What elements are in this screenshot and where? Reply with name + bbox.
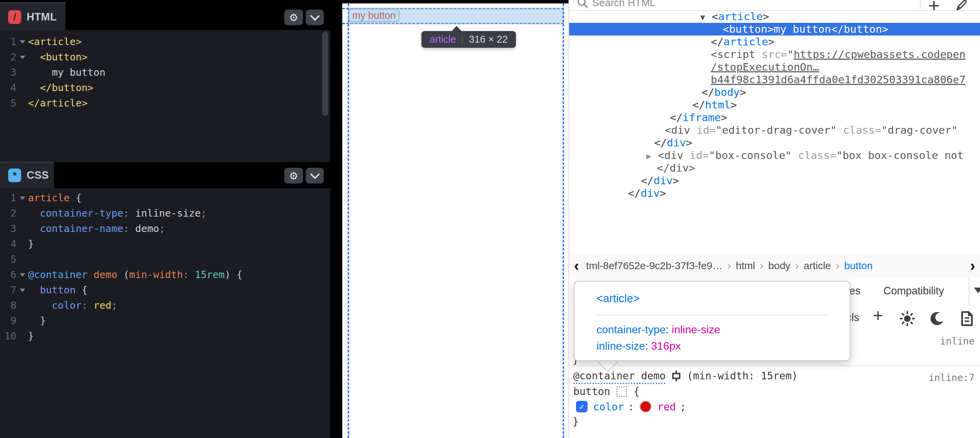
code-line[interactable]: 1<article> xyxy=(0,34,330,49)
breadcrumb-separator-icon: › xyxy=(725,259,734,271)
fold-arrow-icon[interactable] xyxy=(16,34,28,49)
container-jump-icon[interactable] xyxy=(670,370,682,382)
html-editor-tab[interactable]: / HTML xyxy=(8,10,57,24)
html-code-editor[interactable]: 1<article>2 <button>3 my button4 </butto… xyxy=(0,30,330,162)
html-editor-settings-button[interactable]: ⚙ xyxy=(284,10,303,25)
container-query-condition: (min-width: 15rem) xyxy=(687,370,798,382)
fold-arrow-icon[interactable] xyxy=(16,49,28,65)
add-rule-button[interactable]: + xyxy=(873,305,883,326)
container-rule-close-brace: } xyxy=(573,416,579,427)
markup-row[interactable]: /stopExecutionOn… xyxy=(569,61,980,73)
code-line[interactable]: 9 } xyxy=(0,313,330,328)
container-rule-source-link[interactable]: inline:7 xyxy=(929,372,975,383)
css-editor-tab-label: CSS xyxy=(27,169,49,181)
markup-row[interactable]: </div> xyxy=(569,162,980,174)
declaration-property[interactable]: color xyxy=(593,401,624,413)
code-line[interactable]: 8 color: red; xyxy=(0,298,330,313)
infobar-tag-name: article xyxy=(430,34,456,45)
markup-row[interactable]: ▶<div id="box-console" class="box box-co… xyxy=(569,149,980,162)
all-tabs-dropdown-icon[interactable] xyxy=(974,287,980,293)
markup-row[interactable]: </body> xyxy=(569,86,980,98)
element-rule-source-link[interactable]: inline xyxy=(940,336,975,347)
code-line[interactable]: 5 xyxy=(0,252,330,267)
declaration-enabled-checkbox[interactable]: ✓ xyxy=(576,401,588,413)
code-text: } xyxy=(28,328,330,344)
code-line[interactable]: 2 <button> xyxy=(0,49,330,65)
css-editor-settings-button[interactable]: ⚙ xyxy=(284,168,303,184)
code-line[interactable]: 6@container demo (min-width: 15rem) { xyxy=(0,267,330,282)
light-mode-icon[interactable] xyxy=(899,311,915,327)
breadcrumb-separator-icon: › xyxy=(793,259,802,271)
breadcrumb-item-tml-8ef7652e-9c2b-37f3-fe9-[interactable]: tml-8ef7652e-9c2b-37f3-fe9… xyxy=(584,260,724,271)
markup-row[interactable]: </div> xyxy=(569,136,980,149)
code-line[interactable]: 4 </button> xyxy=(0,80,330,95)
preview-pane[interactable]: my button article 316 × 22 xyxy=(342,0,568,438)
markup-row[interactable]: </div> xyxy=(569,187,980,200)
markup-tree[interactable]: ▼<article><button>my button</button></ar… xyxy=(569,10,980,254)
breadcrumb-item-html[interactable]: html xyxy=(733,260,757,271)
breadcrumb-item-article[interactable]: article xyxy=(802,260,833,271)
markup-row[interactable]: ▼<article> xyxy=(569,10,980,23)
markup-row-selected[interactable]: <button>my button</button> xyxy=(569,23,980,35)
css-editor-collapse-button[interactable] xyxy=(306,168,324,184)
color-swatch[interactable] xyxy=(640,400,652,413)
markup-row[interactable]: </article> xyxy=(569,35,980,48)
container-info-popup: <article> container-type: inline-size in… xyxy=(574,281,850,361)
tab-changes-partial[interactable]: es xyxy=(849,285,861,297)
line-number: 6 xyxy=(0,267,16,282)
code-text: container-type: inline-size; xyxy=(28,206,330,221)
line-number: 5 xyxy=(0,95,16,111)
print-media-icon[interactable] xyxy=(959,311,974,327)
dark-mode-icon[interactable] xyxy=(929,311,945,327)
codepen-devtools-screenshot: / HTML ⚙ 1<article>2 <button>3 my button… xyxy=(0,0,980,438)
code-line[interactable]: 10} xyxy=(0,328,330,344)
declaration-semicolon: ; xyxy=(680,401,686,413)
highlight-guide-left xyxy=(348,3,349,438)
rule-open-brace: { xyxy=(633,386,640,397)
create-node-button[interactable]: + xyxy=(928,0,940,11)
code-line[interactable]: 5</article> xyxy=(0,95,330,111)
fold-arrow-icon[interactable] xyxy=(16,282,28,298)
breadcrumb-item-body[interactable]: body xyxy=(767,260,793,271)
fold-spacer xyxy=(16,206,28,221)
tab-compatibility[interactable]: Compatibility xyxy=(883,285,944,297)
code-line[interactable]: 3 container-name: demo; xyxy=(0,221,330,236)
search-html-bar[interactable]: Search HTML + xyxy=(569,0,980,11)
markup-row[interactable]: </div> xyxy=(569,174,980,187)
code-text: } xyxy=(28,236,330,252)
preview-my-button[interactable]: my button xyxy=(348,8,399,22)
editor-scrollbar[interactable] xyxy=(322,32,328,116)
toolbar-separator xyxy=(920,0,921,9)
code-text: } xyxy=(28,313,330,328)
code-line[interactable]: 3 my button xyxy=(0,65,330,80)
css-editor-tab[interactable]: * CSS xyxy=(8,168,49,182)
code-line[interactable]: 1article { xyxy=(0,190,330,206)
markup-row[interactable]: </html> xyxy=(569,98,980,111)
markup-row[interactable]: <script src="https://cpwebassets.codepen xyxy=(569,48,980,61)
code-text: container-name: demo; xyxy=(28,221,330,236)
fold-arrow-icon[interactable] xyxy=(16,190,28,206)
container-at-rule[interactable]: @container demo xyxy=(573,370,666,382)
declaration-row: ✓ color: red; xyxy=(576,400,686,413)
infobar-divider xyxy=(462,35,463,44)
breadcrumb-back-button[interactable]: ‹ xyxy=(569,255,584,276)
rule-selector[interactable]: button xyxy=(573,386,610,397)
code-line[interactable]: 7 button { xyxy=(0,282,330,298)
markup-row[interactable]: </iframe> xyxy=(569,111,980,124)
selector-highlighter-icon[interactable] xyxy=(616,386,627,397)
code-line[interactable]: 2 container-type: inline-size; xyxy=(0,206,330,221)
markup-row[interactable]: b44f98c1391d6a4ffda0e1fd302503391ca806e7 xyxy=(569,73,980,86)
line-number: 3 xyxy=(0,65,16,80)
declaration-value[interactable]: red xyxy=(657,401,676,413)
code-line[interactable]: 4} xyxy=(0,236,330,252)
fold-arrow-icon[interactable] xyxy=(16,267,28,282)
markup-row[interactable]: <div id="editor-drag-cover" class="drag-… xyxy=(569,124,980,136)
breadcrumb-forward-button[interactable]: › xyxy=(965,255,980,276)
html-editor-collapse-button[interactable] xyxy=(306,10,324,25)
chevron-down-icon xyxy=(310,170,320,179)
css-code-editor[interactable]: 1article {2 container-type: inline-size;… xyxy=(0,188,330,438)
edit-pencil-icon[interactable] xyxy=(955,0,969,11)
css-editor-header: * CSS xyxy=(0,162,54,190)
popup-inline-size-line: inline-size: 316px xyxy=(597,340,681,352)
breadcrumb-item-button[interactable]: button xyxy=(842,260,875,271)
